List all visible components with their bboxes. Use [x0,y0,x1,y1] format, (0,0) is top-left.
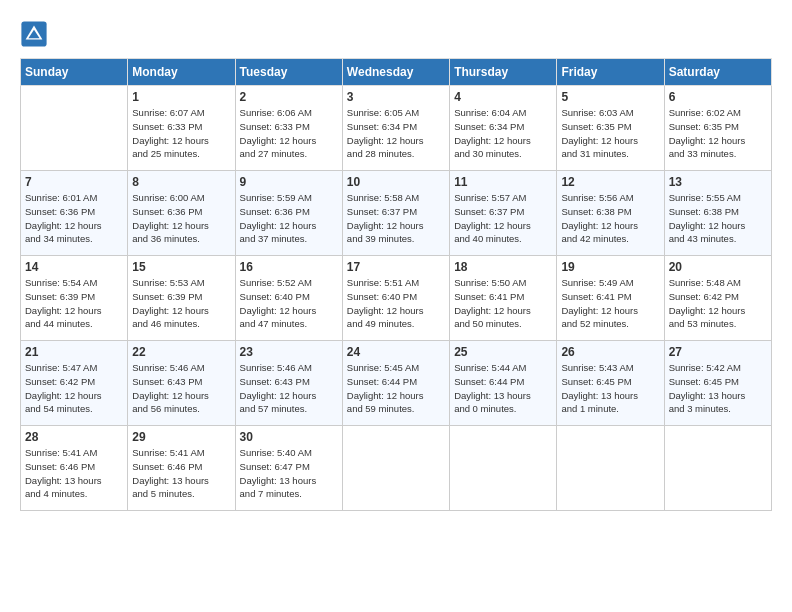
day-number: 10 [347,175,445,189]
day-number: 17 [347,260,445,274]
day-cell: 22Sunrise: 5:46 AM Sunset: 6:43 PM Dayli… [128,341,235,426]
day-info: Sunrise: 6:00 AM Sunset: 6:36 PM Dayligh… [132,191,230,246]
day-cell: 26Sunrise: 5:43 AM Sunset: 6:45 PM Dayli… [557,341,664,426]
day-number: 21 [25,345,123,359]
day-number: 14 [25,260,123,274]
day-number: 30 [240,430,338,444]
col-header-saturday: Saturday [664,59,771,86]
day-info: Sunrise: 6:02 AM Sunset: 6:35 PM Dayligh… [669,106,767,161]
day-cell [21,86,128,171]
day-info: Sunrise: 5:50 AM Sunset: 6:41 PM Dayligh… [454,276,552,331]
week-row-1: 1Sunrise: 6:07 AM Sunset: 6:33 PM Daylig… [21,86,772,171]
day-number: 22 [132,345,230,359]
day-number: 6 [669,90,767,104]
day-cell: 23Sunrise: 5:46 AM Sunset: 6:43 PM Dayli… [235,341,342,426]
day-info: Sunrise: 5:41 AM Sunset: 6:46 PM Dayligh… [25,446,123,501]
day-info: Sunrise: 5:58 AM Sunset: 6:37 PM Dayligh… [347,191,445,246]
day-info: Sunrise: 6:05 AM Sunset: 6:34 PM Dayligh… [347,106,445,161]
day-cell: 10Sunrise: 5:58 AM Sunset: 6:37 PM Dayli… [342,171,449,256]
day-cell: 8Sunrise: 6:00 AM Sunset: 6:36 PM Daylig… [128,171,235,256]
week-row-3: 14Sunrise: 5:54 AM Sunset: 6:39 PM Dayli… [21,256,772,341]
day-number: 3 [347,90,445,104]
calendar-table: SundayMondayTuesdayWednesdayThursdayFrid… [20,58,772,511]
day-cell: 20Sunrise: 5:48 AM Sunset: 6:42 PM Dayli… [664,256,771,341]
day-number: 9 [240,175,338,189]
day-number: 20 [669,260,767,274]
day-info: Sunrise: 5:46 AM Sunset: 6:43 PM Dayligh… [132,361,230,416]
col-header-sunday: Sunday [21,59,128,86]
day-info: Sunrise: 5:52 AM Sunset: 6:40 PM Dayligh… [240,276,338,331]
day-cell: 21Sunrise: 5:47 AM Sunset: 6:42 PM Dayli… [21,341,128,426]
day-number: 25 [454,345,552,359]
day-number: 12 [561,175,659,189]
col-header-friday: Friday [557,59,664,86]
day-info: Sunrise: 6:01 AM Sunset: 6:36 PM Dayligh… [25,191,123,246]
day-info: Sunrise: 6:07 AM Sunset: 6:33 PM Dayligh… [132,106,230,161]
day-number: 29 [132,430,230,444]
day-info: Sunrise: 5:42 AM Sunset: 6:45 PM Dayligh… [669,361,767,416]
day-cell: 16Sunrise: 5:52 AM Sunset: 6:40 PM Dayli… [235,256,342,341]
day-cell [557,426,664,511]
week-row-4: 21Sunrise: 5:47 AM Sunset: 6:42 PM Dayli… [21,341,772,426]
day-cell: 18Sunrise: 5:50 AM Sunset: 6:41 PM Dayli… [450,256,557,341]
day-number: 2 [240,90,338,104]
day-cell: 9Sunrise: 5:59 AM Sunset: 6:36 PM Daylig… [235,171,342,256]
day-cell: 25Sunrise: 5:44 AM Sunset: 6:44 PM Dayli… [450,341,557,426]
week-row-5: 28Sunrise: 5:41 AM Sunset: 6:46 PM Dayli… [21,426,772,511]
day-info: Sunrise: 5:51 AM Sunset: 6:40 PM Dayligh… [347,276,445,331]
day-cell [664,426,771,511]
day-number: 19 [561,260,659,274]
day-cell: 5Sunrise: 6:03 AM Sunset: 6:35 PM Daylig… [557,86,664,171]
day-number: 8 [132,175,230,189]
day-info: Sunrise: 5:48 AM Sunset: 6:42 PM Dayligh… [669,276,767,331]
day-info: Sunrise: 5:53 AM Sunset: 6:39 PM Dayligh… [132,276,230,331]
day-cell: 2Sunrise: 6:06 AM Sunset: 6:33 PM Daylig… [235,86,342,171]
col-header-wednesday: Wednesday [342,59,449,86]
day-cell: 1Sunrise: 6:07 AM Sunset: 6:33 PM Daylig… [128,86,235,171]
day-info: Sunrise: 5:43 AM Sunset: 6:45 PM Dayligh… [561,361,659,416]
day-cell: 28Sunrise: 5:41 AM Sunset: 6:46 PM Dayli… [21,426,128,511]
day-number: 7 [25,175,123,189]
day-number: 15 [132,260,230,274]
day-cell: 3Sunrise: 6:05 AM Sunset: 6:34 PM Daylig… [342,86,449,171]
col-header-thursday: Thursday [450,59,557,86]
day-cell: 29Sunrise: 5:41 AM Sunset: 6:46 PM Dayli… [128,426,235,511]
day-number: 18 [454,260,552,274]
day-cell: 11Sunrise: 5:57 AM Sunset: 6:37 PM Dayli… [450,171,557,256]
day-cell [342,426,449,511]
day-number: 4 [454,90,552,104]
day-cell: 13Sunrise: 5:55 AM Sunset: 6:38 PM Dayli… [664,171,771,256]
day-info: Sunrise: 5:47 AM Sunset: 6:42 PM Dayligh… [25,361,123,416]
day-cell: 17Sunrise: 5:51 AM Sunset: 6:40 PM Dayli… [342,256,449,341]
day-info: Sunrise: 5:55 AM Sunset: 6:38 PM Dayligh… [669,191,767,246]
day-cell: 30Sunrise: 5:40 AM Sunset: 6:47 PM Dayli… [235,426,342,511]
day-info: Sunrise: 5:56 AM Sunset: 6:38 PM Dayligh… [561,191,659,246]
day-number: 26 [561,345,659,359]
day-info: Sunrise: 5:59 AM Sunset: 6:36 PM Dayligh… [240,191,338,246]
day-info: Sunrise: 6:06 AM Sunset: 6:33 PM Dayligh… [240,106,338,161]
day-number: 13 [669,175,767,189]
logo-icon [20,20,48,48]
day-number: 23 [240,345,338,359]
page-header [20,20,772,48]
logo [20,20,52,48]
day-info: Sunrise: 5:44 AM Sunset: 6:44 PM Dayligh… [454,361,552,416]
day-cell: 7Sunrise: 6:01 AM Sunset: 6:36 PM Daylig… [21,171,128,256]
day-info: Sunrise: 6:04 AM Sunset: 6:34 PM Dayligh… [454,106,552,161]
week-row-2: 7Sunrise: 6:01 AM Sunset: 6:36 PM Daylig… [21,171,772,256]
day-number: 11 [454,175,552,189]
day-number: 1 [132,90,230,104]
day-info: Sunrise: 5:46 AM Sunset: 6:43 PM Dayligh… [240,361,338,416]
day-info: Sunrise: 5:57 AM Sunset: 6:37 PM Dayligh… [454,191,552,246]
day-number: 27 [669,345,767,359]
day-cell: 24Sunrise: 5:45 AM Sunset: 6:44 PM Dayli… [342,341,449,426]
day-number: 5 [561,90,659,104]
day-number: 16 [240,260,338,274]
day-info: Sunrise: 5:41 AM Sunset: 6:46 PM Dayligh… [132,446,230,501]
day-info: Sunrise: 5:40 AM Sunset: 6:47 PM Dayligh… [240,446,338,501]
day-info: Sunrise: 5:49 AM Sunset: 6:41 PM Dayligh… [561,276,659,331]
day-cell: 27Sunrise: 5:42 AM Sunset: 6:45 PM Dayli… [664,341,771,426]
day-cell [450,426,557,511]
day-number: 24 [347,345,445,359]
day-info: Sunrise: 5:54 AM Sunset: 6:39 PM Dayligh… [25,276,123,331]
